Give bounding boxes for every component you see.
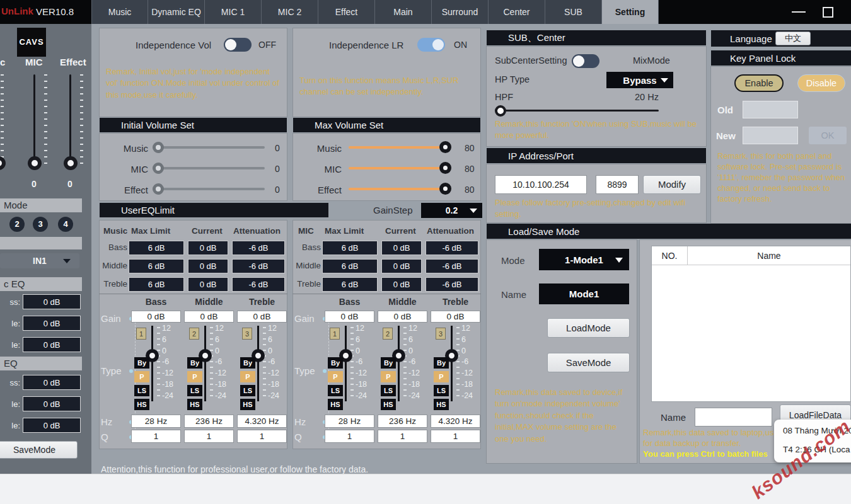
eq-q-field[interactable]: 1 — [237, 430, 287, 443]
tab-sub[interactable]: SUB — [545, 0, 602, 24]
music-bass-field[interactable]: 0 dB — [23, 294, 81, 309]
table-cell[interactable]: -6 dB — [426, 259, 478, 273]
eq-type-lowshelf-button[interactable]: LS — [328, 385, 343, 396]
eq-type-lowshelf-button[interactable]: LS — [187, 385, 202, 396]
table-cell[interactable]: 6 dB — [129, 259, 184, 273]
table-cell[interactable]: 6 dB — [129, 241, 184, 255]
eq-type-lowshelf-button[interactable]: LS — [134, 385, 149, 396]
table-cell[interactable]: 0 dB — [188, 259, 228, 273]
enable-button[interactable]: Enable — [734, 74, 784, 92]
hpf-slider[interactable] — [495, 105, 659, 117]
tab-dynamic-eq[interactable]: Dynamic EQ — [148, 0, 205, 24]
eq-q-field[interactable]: 1 — [325, 430, 374, 443]
old-password-input[interactable] — [743, 101, 798, 118]
max-music-slider[interactable] — [349, 141, 451, 154]
music-fader-knob[interactable] — [0, 156, 6, 170]
independence-lr-toggle[interactable] — [417, 38, 445, 52]
eq-type-bypass-button[interactable]: By — [328, 357, 343, 369]
initial-mic-slider[interactable] — [153, 162, 265, 175]
loadmode-button[interactable]: LoadMode — [547, 318, 630, 338]
eq-freq-field[interactable]: 4.320 Hz — [237, 415, 287, 428]
eq-type-highshelf-button[interactable]: HS — [240, 399, 255, 410]
eq-type-lowshelf-button[interactable]: LS — [240, 385, 255, 396]
sidebar-savemode-button[interactable]: SaveMode — [0, 441, 78, 459]
gainstep-dropdown[interactable]: 0.2 — [421, 203, 482, 218]
minimize-icon[interactable] — [792, 11, 806, 13]
table-cell[interactable]: -6 dB — [232, 277, 285, 292]
eq-type-highshelf-button[interactable]: HS — [381, 399, 396, 410]
eq-freq-field[interactable]: 28 Hz — [325, 415, 374, 428]
max-mic-slider[interactable] — [349, 162, 451, 175]
eq-type-highshelf-button[interactable]: HS — [187, 399, 202, 410]
table-cell[interactable]: -6 dB — [426, 241, 478, 255]
new-password-input[interactable] — [743, 127, 798, 144]
language-button[interactable]: 中文 — [775, 32, 811, 45]
eq-type-peak-button[interactable]: P — [381, 371, 396, 382]
table-cell[interactable]: 0 dB — [188, 241, 228, 255]
slider-knob[interactable] — [495, 105, 506, 117]
savemode-button[interactable]: SaveMode — [547, 353, 630, 372]
modify-button[interactable]: Modify — [643, 175, 701, 194]
eq-freq-field[interactable]: 28 Hz — [131, 415, 181, 428]
slider-knob[interactable] — [439, 141, 451, 153]
music-treble-field[interactable]: 0 dB — [23, 337, 81, 352]
eq-q-field[interactable]: 1 — [378, 430, 427, 443]
eq-gain-field[interactable]: 0 dB — [237, 311, 287, 323]
independence-vol-toggle[interactable] — [224, 38, 252, 52]
tab-music[interactable]: Music — [91, 0, 148, 24]
table-cell[interactable]: 6 dB — [322, 241, 378, 255]
music-middle-field[interactable]: 0 dB — [23, 316, 81, 331]
mode-button-2[interactable]: 2 — [9, 217, 25, 232]
eq-type-peak-button[interactable]: P — [328, 371, 343, 382]
input-select[interactable]: IN1 — [0, 253, 79, 268]
eq-type-lowshelf-button[interactable]: LS — [434, 385, 449, 396]
eq-type-bypass-button[interactable]: By — [434, 357, 449, 369]
mode-name-field[interactable]: Mode1 — [539, 284, 629, 304]
file-table[interactable]: NO. Name — [651, 246, 851, 402]
tab-mic1[interactable]: MIC 1 — [205, 0, 262, 24]
ok-button[interactable]: OK — [809, 127, 847, 144]
eq-type-highshelf-button[interactable]: HS — [328, 399, 343, 410]
eq-type-bypass-button[interactable]: By — [240, 357, 255, 369]
mode-button-3[interactable]: 3 — [33, 217, 48, 232]
eq-freq-field[interactable]: 4.320 Hz — [431, 415, 480, 428]
slider-knob[interactable] — [439, 162, 451, 174]
table-cell[interactable]: 0 dB — [381, 259, 422, 273]
eq-gain-field[interactable]: 0 dB — [325, 311, 374, 323]
mic-bass-field[interactable]: 0 dB — [23, 375, 81, 390]
eq-q-field[interactable]: 1 — [431, 430, 480, 443]
table-cell[interactable]: -6 dB — [232, 259, 285, 273]
eq-gain-field[interactable]: 0 dB — [131, 311, 181, 323]
effect-fader-knob[interactable] — [64, 156, 78, 170]
table-cell[interactable]: 6 dB — [129, 277, 184, 292]
eq-gain-field[interactable]: 0 dB — [184, 311, 234, 323]
eq-type-highshelf-button[interactable]: HS — [434, 399, 449, 410]
eq-type-bypass-button[interactable]: By — [187, 357, 202, 369]
disable-button[interactable]: Disable — [797, 74, 845, 92]
tab-main[interactable]: Main — [375, 0, 432, 24]
eq-gain-field[interactable]: 0 dB — [378, 311, 427, 323]
maximize-icon[interactable] — [823, 7, 833, 18]
tab-surround[interactable]: Surround — [432, 0, 489, 24]
eq-type-peak-button[interactable]: P — [240, 371, 255, 382]
initial-effect-slider[interactable] — [153, 183, 265, 195]
eq-freq-field[interactable]: 236 Hz — [378, 415, 427, 428]
table-cell[interactable]: -6 dB — [232, 241, 285, 255]
eq-q-field[interactable]: 1 — [131, 430, 181, 443]
eq-type-peak-button[interactable]: P — [434, 371, 449, 382]
ip-port-input[interactable] — [596, 175, 639, 194]
table-cell[interactable]: 6 dB — [322, 259, 378, 273]
slider-knob[interactable] — [439, 183, 451, 195]
tab-center[interactable]: Center — [489, 0, 545, 24]
eq-type-peak-button[interactable]: P — [187, 371, 202, 382]
eq-type-highshelf-button[interactable]: HS — [134, 399, 149, 410]
mic-fader-knob[interactable] — [28, 156, 42, 170]
eq-type-lowshelf-button[interactable]: LS — [381, 385, 396, 396]
tab-effect[interactable]: Effect — [318, 0, 375, 24]
eq-type-bypass-button[interactable]: By — [134, 357, 149, 369]
eq-type-peak-button[interactable]: P — [134, 371, 149, 382]
eq-gain-field[interactable]: 0 dB — [431, 311, 480, 323]
table-cell[interactable]: 6 dB — [322, 277, 378, 292]
table-cell[interactable]: 0 dB — [188, 277, 228, 292]
eq-type-bypass-button[interactable]: By — [381, 357, 396, 369]
